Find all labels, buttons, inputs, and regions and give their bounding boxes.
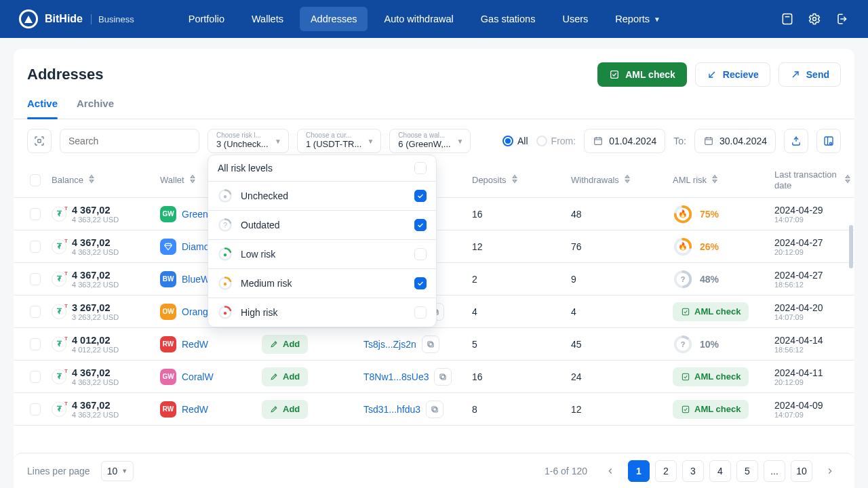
balance-usd: 4 363,22 USD [72,411,119,419]
checkbox[interactable] [414,248,427,260]
wallet-select[interactable]: Choose a wal... 6 (GreenW,... ▼ [389,129,471,153]
send-button[interactable]: Send [778,62,841,87]
checkbox[interactable] [414,219,427,231]
address-link[interactable]: Ts8js...Zjs2n [363,339,416,350]
risk-option-medium-risk[interactable]: ● Medium risk [208,268,436,298]
calculator-icon[interactable] [780,12,795,26]
page-3[interactable]: 3 [682,460,704,482]
row-checkbox[interactable] [30,306,41,318]
page-ellipsis[interactable]: ... [764,460,785,482]
address-link[interactable]: T8Nw1...8sUe3 [363,371,429,382]
scrollbar-thumb[interactable] [849,225,853,268]
send-button-label: Send [806,69,829,80]
aml-check-button[interactable]: AML check [597,62,687,87]
search-input[interactable] [60,129,199,153]
row-checkbox[interactable] [30,273,41,285]
checkbox[interactable] [414,306,427,319]
add-comment-button[interactable]: Add [262,367,308,386]
brand-suffix: Business [91,14,134,24]
logout-icon[interactable] [834,12,849,26]
to-date-input[interactable]: 30.04.2024 [694,129,776,153]
wallet-link[interactable]: RedW [182,404,208,415]
page-4[interactable]: 4 [709,460,731,482]
receive-button[interactable]: Recieve [695,62,770,87]
risk-option-unchecked[interactable]: ● Unchecked [208,181,436,210]
checkbox[interactable] [414,190,427,202]
wallet-select-value: 6 (GreenW,... [398,139,451,150]
col-aml-risk[interactable]: AML risk [667,174,769,186]
row-checkbox[interactable] [30,403,41,415]
svg-rect-39 [429,342,433,346]
nav-item-portfolio[interactable]: Portfolio [178,7,235,31]
svg-rect-0 [783,14,791,24]
risk-option-all[interactable]: All risk levels [208,155,436,181]
from-date-input[interactable]: 01.04.2024 [584,129,665,153]
last-tx-date: 2024-04-09 [774,400,823,411]
nav-item-auto-withdrawal[interactable]: Auto withdrawal [373,7,464,31]
lines-per-page-select[interactable]: 10 ▼ [101,461,134,481]
page-5[interactable]: 5 [736,460,758,482]
range-radio-from[interactable]: From: [536,136,576,146]
nav-item-addresses[interactable]: Addresses [300,7,368,31]
svg-rect-19 [595,138,602,144]
checkbox[interactable] [414,277,427,289]
address-link[interactable]: Tsd31...hfdu3 [363,404,420,415]
row-checkbox[interactable] [30,208,41,220]
page-next[interactable] [819,460,841,482]
chevron-down-icon: ▼ [456,138,463,145]
page-10[interactable]: 10 [791,460,812,482]
aml-check-chip[interactable]: AML check [673,302,749,321]
copy-address-button[interactable] [434,368,452,386]
wallet-icon: BW [160,271,176,287]
filters: Choose risk l... 3 (Uncheck... ▼ All ris… [14,119,854,163]
col-withdrawals[interactable]: Withdrawals [566,174,667,186]
aml-gauge-icon: ? [673,334,693,354]
qr-scan-button[interactable] [27,129,52,153]
col-balance[interactable]: Balance [46,174,155,186]
to-label: To: [673,136,686,146]
aml-risk-value: 26% [700,241,719,252]
nav-item-wallets[interactable]: Wallets [241,7,294,31]
risk-option-low-risk[interactable]: ● Low risk [208,239,436,268]
page-2[interactable]: 2 [655,460,677,482]
nav-item-gas-stations[interactable]: Gas stations [470,7,547,31]
tab-archive[interactable]: Archive [77,98,114,119]
row-checkbox[interactable] [30,241,41,253]
col-deposits[interactable]: Deposits [467,174,566,186]
copy-address-button[interactable] [426,401,443,418]
wallet-link[interactable]: BlueW [182,274,210,285]
copy-address-button[interactable] [422,336,439,353]
page-prev[interactable] [599,460,621,482]
nav-item-reports[interactable]: Reports▼ [604,7,671,31]
wallet-link[interactable]: CoralW [182,371,214,382]
aml-check-chip[interactable]: AML check [673,400,749,419]
risk-select[interactable]: Choose risk l... 3 (Uncheck... ▼ [208,129,289,153]
export-button[interactable] [784,129,808,153]
range-radio-all[interactable]: All [502,136,528,146]
risk-select-value: 3 (Uncheck... [216,139,269,150]
top-nav: BitHide Business PortfolioWalletsAddress… [0,0,868,38]
page-actions: AML check Recieve Send [597,62,841,87]
settings-icon[interactable] [807,12,822,26]
add-comment-button[interactable]: Add [262,335,308,354]
page-1[interactable]: 1 [628,460,650,482]
aml-check-button-label: AML check [625,69,675,80]
aml-check-chip[interactable]: AML check [673,367,749,386]
wallet-link[interactable]: RedW [182,339,208,350]
row-checkbox[interactable] [30,338,41,350]
receive-button-label: Recieve [723,69,759,80]
risk-option-high-risk[interactable]: ● High risk [208,298,436,327]
risk-option-outdated[interactable]: ? Outdated [208,210,436,239]
select-all-checkbox[interactable] [30,174,41,186]
tab-active[interactable]: Active [27,98,58,119]
search-field[interactable] [67,135,189,147]
nav-item-users[interactable]: Users [551,7,599,31]
currency-select[interactable]: Choose a cur... 1 (USDT-TR... ▼ [297,129,381,153]
svg-rect-38 [682,308,688,314]
checkbox[interactable] [414,162,427,174]
columns-button[interactable] [816,129,841,153]
row-checkbox[interactable] [30,371,41,383]
col-last-date[interactable]: Last transaction date [769,169,854,190]
add-comment-button[interactable]: Add [262,400,308,419]
deposits-value: 16 [467,371,566,382]
